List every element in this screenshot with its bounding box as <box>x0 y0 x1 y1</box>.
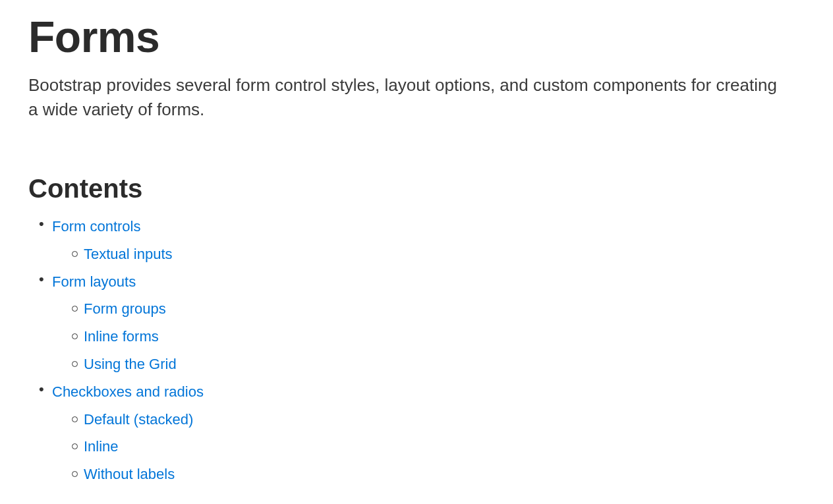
toc-link-textual-inputs[interactable]: Textual inputs <box>84 240 173 268</box>
toc-link-without-labels[interactable]: Without labels <box>84 461 175 488</box>
toc-link-form-layouts[interactable]: Form layouts <box>52 268 136 296</box>
toc-item: Form controls Textual inputs <box>52 213 833 268</box>
toc-link-form-groups[interactable]: Form groups <box>84 295 166 323</box>
toc-link-form-controls[interactable]: Form controls <box>52 213 140 240</box>
page-title: Forms <box>28 13 833 61</box>
toc-subitem: Inline <box>84 433 833 461</box>
toc-sublist: Default (stacked) Inline Without labels <box>52 406 833 488</box>
toc-subitem: Form groups <box>84 295 833 323</box>
toc-link-using-the-grid[interactable]: Using the Grid <box>84 350 177 378</box>
toc-subitem: Inline forms <box>84 323 833 350</box>
contents-heading: Contents <box>28 174 833 204</box>
toc-sublist: Form groups Inline forms Using the Grid <box>52 295 833 378</box>
toc-link-inline[interactable]: Inline <box>84 433 119 461</box>
toc-item: Form layouts Form groups Inline forms Us… <box>52 268 833 378</box>
toc-subitem: Using the Grid <box>84 350 833 378</box>
toc-subitem: Textual inputs <box>84 240 833 268</box>
toc-subitem: Default (stacked) <box>84 406 833 434</box>
table-of-contents: Form controls Textual inputs Form layout… <box>28 213 833 488</box>
toc-link-inline-forms[interactable]: Inline forms <box>84 323 159 350</box>
toc-sublist: Textual inputs <box>52 240 833 268</box>
toc-link-default-stacked[interactable]: Default (stacked) <box>84 406 193 434</box>
toc-item: Checkboxes and radios Default (stacked) … <box>52 378 833 488</box>
toc-subitem: Without labels <box>84 461 833 488</box>
toc-link-checkboxes-and-radios[interactable]: Checkboxes and radios <box>52 378 204 406</box>
page-description: Bootstrap provides several form control … <box>28 73 786 123</box>
